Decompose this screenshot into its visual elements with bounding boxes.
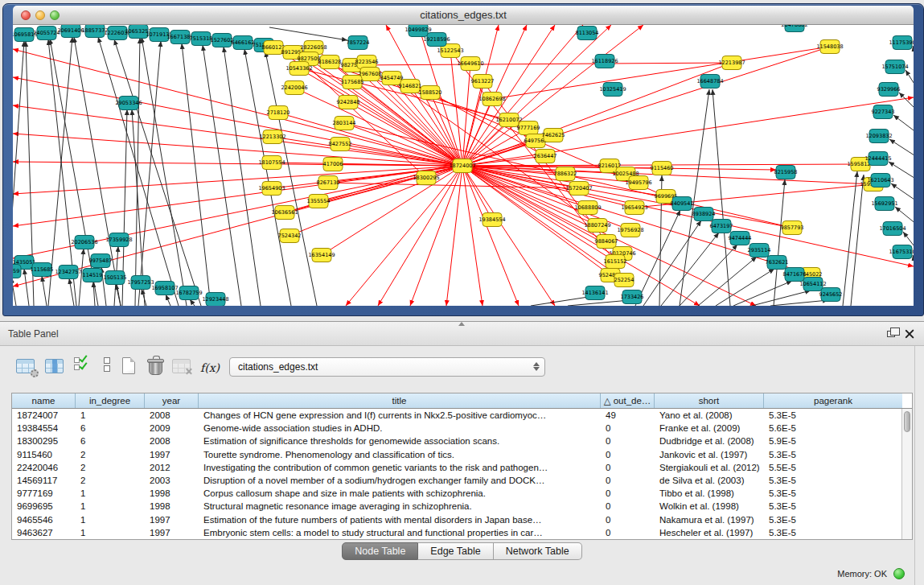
table-row[interactable]: 977716911998Corpus callosum shape and si… <box>12 487 912 500</box>
table-mode-button[interactable] <box>13 356 37 380</box>
table-cell[interactable]: 0 <box>601 500 655 513</box>
close-window-button[interactable] <box>21 10 31 20</box>
memory-status-indicator[interactable] <box>893 568 905 579</box>
row-height-button[interactable] <box>95 356 119 380</box>
table-cell[interactable]: Tibbo et al. (1998) <box>655 487 764 500</box>
show-column-button[interactable] <box>42 356 66 380</box>
table-cell[interactable]: Investigating the contribution of common… <box>199 461 601 474</box>
network-canvas[interactable]: 1069581524055724306914061885737712226038… <box>13 25 914 306</box>
network-table-select[interactable]: citations_edges.txt <box>229 357 545 377</box>
column-header-in_degree[interactable]: in_degree <box>76 393 145 408</box>
table-cell[interactable]: Corpus callosum shape and size in male p… <box>199 487 601 500</box>
column-header-out_de[interactable]: △ out_de… <box>601 393 655 408</box>
table-cell[interactable]: 2003 <box>145 474 199 487</box>
network-graph[interactable]: 1069581524055724306914061885737712226038… <box>13 25 914 306</box>
float-panel-icon[interactable] <box>887 331 895 337</box>
table-cell[interactable]: Stergiakouli et al. (2012) <box>655 461 764 474</box>
column-header-name[interactable]: name <box>12 393 76 408</box>
table-scrollbar[interactable] <box>901 409 912 539</box>
column-header-year[interactable]: year <box>145 393 199 408</box>
table-cell[interactable]: Dudbridge et al. (2008) <box>655 435 764 447</box>
table-row[interactable]: 1830029562008Estimation of significance … <box>12 435 912 447</box>
table-cell[interactable]: 5.3E-5 <box>764 487 902 500</box>
table-cell[interactable]: 9699695 <box>12 500 76 513</box>
network-window-titlebar[interactable]: citations_edges.txt <box>13 6 914 25</box>
table-cell[interactable]: 9777169 <box>12 487 76 500</box>
table-cell[interactable]: 2008 <box>145 409 199 422</box>
table-cell[interactable]: 0 <box>601 448 655 461</box>
table-cell[interactable]: 1998 <box>145 500 199 513</box>
table-cell[interactable]: 9115460 <box>12 448 76 461</box>
table-cell[interactable]: 1 <box>76 526 145 539</box>
table-cell[interactable]: Yano et al. (2008) <box>655 409 764 422</box>
create-column-button[interactable] <box>117 356 141 380</box>
table-row[interactable]: 2242004622012Investigating the contribut… <box>12 461 912 474</box>
function-builder-button[interactable]: f(x) <box>198 356 222 380</box>
table-cell[interactable]: 5.3E-5 <box>764 513 902 526</box>
table-cell[interactable]: 5.9E-5 <box>764 435 902 447</box>
table-cell[interactable]: 0 <box>601 422 655 435</box>
table-cell[interactable]: 0 <box>601 487 655 500</box>
table-cell[interactable]: 9465546 <box>12 513 76 526</box>
table-cell[interactable]: 1 <box>76 409 145 422</box>
table-cell[interactable]: Genome-wide association studies in ADHD. <box>199 422 601 435</box>
tab-edge-table[interactable]: Edge Table <box>418 542 493 560</box>
table-cell[interactable]: 2012 <box>145 461 199 474</box>
table-cell[interactable]: 1997 <box>145 526 199 539</box>
table-cell[interactable]: 1 <box>76 487 145 500</box>
panel-divider-handle[interactable] <box>458 322 465 326</box>
table-cell[interactable]: de Silva et al. (2003) <box>655 474 764 487</box>
table-cell[interactable]: Hescheler et al. (1997) <box>655 526 764 539</box>
delete-column-button[interactable] <box>143 356 167 380</box>
table-cell[interactable]: Changes of HCN gene expression and I(f) … <box>199 409 601 422</box>
table-cell[interactable]: 5.3E-5 <box>764 474 902 487</box>
table-cell[interactable]: Structural magnetic resonance image aver… <box>199 500 601 513</box>
table-row[interactable]: 946362711997Embryonic stem cells: a mode… <box>12 526 912 539</box>
table-cell[interactable]: 1997 <box>145 448 199 461</box>
column-header-short[interactable]: short <box>655 393 764 408</box>
table-cell[interactable]: Estimation of the future numbers of pati… <box>199 513 601 526</box>
table-cell[interactable]: 1997 <box>145 513 199 526</box>
table-cell[interactable]: 5.3E-5 <box>764 448 902 461</box>
table-cell[interactable]: 5.3E-5 <box>764 409 902 422</box>
table-cell[interactable]: 5.6E-5 <box>764 422 902 435</box>
table-cell[interactable]: Nakamura et al. (1997) <box>655 513 764 526</box>
tab-node-table[interactable]: Node Table <box>342 542 418 560</box>
table-cell[interactable]: 2008 <box>145 435 199 447</box>
table-row[interactable]: 911546021997Tourette syndrome. Phenomeno… <box>12 448 912 461</box>
column-header-pagerank[interactable]: pagerank <box>764 393 902 408</box>
table-cell[interactable]: 6 <box>76 422 145 435</box>
table-row[interactable]: 1456911722003Disruption of a novel membe… <box>12 474 912 487</box>
table-cell[interactable]: 18300295 <box>12 435 76 447</box>
table-cell[interactable]: 5.3E-5 <box>764 526 902 539</box>
table-cell[interactable]: 6 <box>76 435 145 447</box>
table-cell[interactable]: 1998 <box>145 487 199 500</box>
table-cell[interactable]: 2 <box>76 448 145 461</box>
table-row[interactable]: 1938455462009Genome-wide association stu… <box>12 422 912 435</box>
zoom-window-button[interactable] <box>50 10 60 20</box>
tab-network-table[interactable]: Network Table <box>494 542 582 560</box>
table-scrollbar-thumb[interactable] <box>904 411 910 432</box>
table-cell[interactable]: Jankovic et al. (1997) <box>655 448 764 461</box>
table-cell[interactable]: Franke et al. (2009) <box>655 422 764 435</box>
table-cell[interactable]: 0 <box>601 513 655 526</box>
table-cell[interactable]: 0 <box>601 526 655 539</box>
table-row[interactable]: 1872400712008Changes of HCN gene express… <box>12 409 912 422</box>
close-panel-icon[interactable] <box>904 328 914 339</box>
table-cell[interactable]: Wolkin et al. (1998) <box>655 500 764 513</box>
table-cell[interactable]: 0 <box>601 435 655 447</box>
table-cell[interactable]: 1 <box>76 500 145 513</box>
table-cell[interactable]: 2009 <box>145 422 199 435</box>
column-header-title[interactable]: title <box>199 393 601 408</box>
select-columns-button[interactable] <box>71 356 95 380</box>
table-cell[interactable]: 5.5E-5 <box>764 461 902 474</box>
table-cell[interactable]: 49 <box>601 409 655 422</box>
minimize-window-button[interactable] <box>35 10 45 20</box>
table-cell[interactable]: Estimation of significance thresholds fo… <box>199 435 601 447</box>
table-cell[interactable]: Tourette syndrome. Phenomenology and cla… <box>199 448 601 461</box>
table-cell[interactable]: 0 <box>601 461 655 474</box>
table-cell[interactable]: 14569117 <box>12 474 76 487</box>
table-cell[interactable]: 9463627 <box>12 526 76 539</box>
table-cell[interactable]: 2 <box>76 474 145 487</box>
table-cell[interactable]: 0 <box>601 474 655 487</box>
